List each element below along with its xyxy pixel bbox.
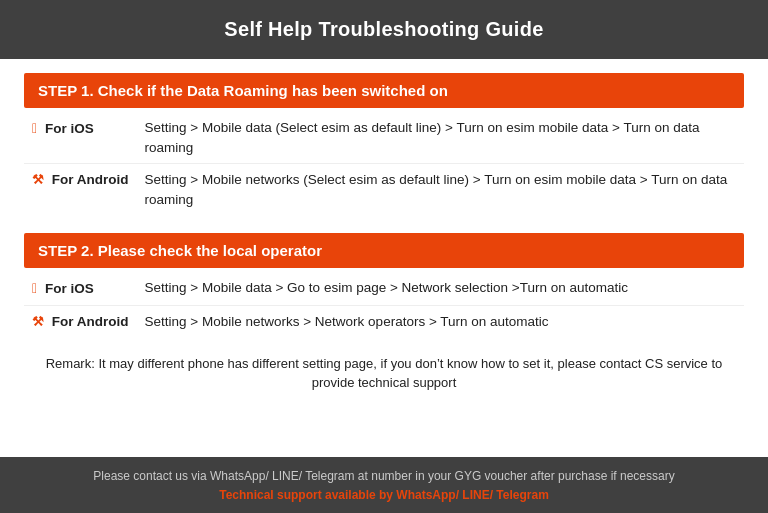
main-content: STEP 1. Check if the Data Roaming has be… [0, 59, 768, 457]
table-row: ⚒ For Android Setting > Mobile networks … [24, 305, 744, 337]
remark-text: Remark: It may different phone has diffe… [46, 356, 723, 391]
step1-table:  For iOS Setting > Mobile data (Select … [24, 112, 744, 215]
table-row:  For iOS Setting > Mobile data > Go to … [24, 272, 744, 305]
table-row:  For iOS Setting > Mobile data (Select … [24, 112, 744, 164]
footer-line1: Please contact us via WhatsApp/ LINE/ Te… [20, 467, 748, 486]
step1-section: STEP 1. Check if the Data Roaming has be… [24, 59, 744, 215]
step2-header: STEP 2. Please check the local operator [24, 233, 744, 268]
android-icon: ⚒ [32, 171, 44, 190]
step2-ios-label:  For iOS [24, 272, 137, 305]
page-title: Self Help Troubleshooting Guide [224, 18, 543, 40]
step2-ios-instruction: Setting > Mobile data > Go to esim page … [137, 272, 744, 305]
step2-section: STEP 2. Please check the local operator … [24, 219, 744, 337]
step1-header: STEP 1. Check if the Data Roaming has be… [24, 73, 744, 108]
remark-section: Remark: It may different phone has diffe… [24, 354, 744, 393]
step1-heading: STEP 1. Check if the Data Roaming has be… [38, 82, 448, 99]
step1-ios-instruction: Setting > Mobile data (Select esim as de… [137, 112, 744, 164]
step2-android-instruction: Setting > Mobile networks > Network oper… [137, 305, 744, 337]
step2-table:  For iOS Setting > Mobile data > Go to … [24, 272, 744, 337]
apple-icon:  [32, 278, 37, 298]
footer-line2: Technical support available by WhatsApp/… [20, 486, 748, 505]
step2-heading: STEP 2. Please check the local operator [38, 242, 322, 259]
step1-ios-label:  For iOS [24, 112, 137, 164]
android-icon: ⚒ [32, 313, 44, 332]
step1-android-instruction: Setting > Mobile networks (Select esim a… [137, 164, 744, 216]
apple-icon:  [32, 118, 37, 138]
footer: Please contact us via WhatsApp/ LINE/ Te… [0, 457, 768, 513]
table-row: ⚒ For Android Setting > Mobile networks … [24, 164, 744, 216]
step2-android-label: ⚒ For Android [24, 305, 137, 337]
page-header: Self Help Troubleshooting Guide [0, 0, 768, 59]
step1-android-label: ⚒ For Android [24, 164, 137, 216]
